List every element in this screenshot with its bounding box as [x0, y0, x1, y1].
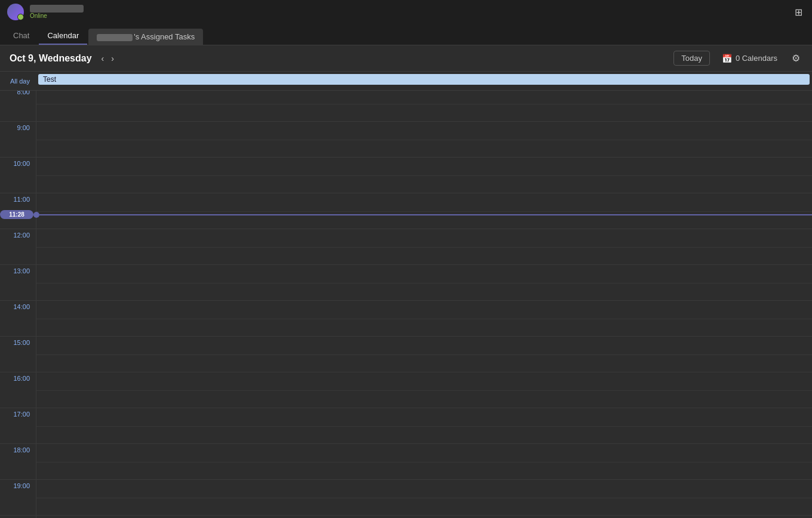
tab-assigned-tasks[interactable]: 's Assigned Tasks — [88, 29, 203, 45]
user-name-redacted — [30, 5, 84, 13]
calendar-body: All day Test 1:002:003:004:005:006:007:0… — [0, 72, 812, 518]
time-slot-content[interactable] — [36, 301, 812, 336]
user-status: Online — [30, 13, 84, 19]
time-row: 13:00 — [0, 265, 812, 301]
time-row: 10:00 — [0, 158, 812, 193]
half-hour-line — [36, 283, 812, 283]
tab-calendar[interactable]: Calendar — [39, 27, 87, 45]
half-hour-line — [36, 462, 812, 462]
time-row: 12:00 — [0, 229, 812, 265]
time-row: 20:00 — [0, 516, 812, 518]
half-hour-line — [36, 319, 812, 319]
time-slot-content[interactable] — [36, 265, 812, 300]
time-slot-content[interactable] — [36, 122, 812, 157]
title-bar: Online ⊞ — [0, 0, 812, 24]
time-row: 15:00 — [0, 337, 812, 372]
time-label: 15:00 — [0, 337, 36, 372]
half-hour-line — [36, 140, 812, 140]
time-row: 11:00 — [0, 193, 812, 229]
calendar-icon: 📅 — [722, 54, 732, 63]
time-label: 8:00 — [0, 91, 36, 121]
time-row: 8:00 — [0, 91, 812, 122]
calendars-button[interactable]: 📅 0 Calendars — [717, 51, 782, 66]
half-hour-line — [36, 211, 812, 212]
time-slot-content[interactable] — [36, 91, 812, 121]
half-hour-line — [36, 247, 812, 248]
time-label: 9:00 — [0, 122, 36, 157]
half-hour-line — [36, 426, 812, 427]
avatar[interactable] — [7, 4, 24, 20]
time-label: 14:00 — [0, 301, 36, 336]
half-hour-line — [36, 498, 812, 498]
time-label: 20:00 — [0, 516, 36, 518]
time-label: 19:00 — [0, 480, 36, 515]
settings-button[interactable]: ⚙ — [789, 50, 802, 66]
all-day-content[interactable]: Test — [36, 72, 812, 90]
tab-bar: Chat Calendar 's Assigned Tasks — [0, 24, 812, 45]
calendar-header: Oct 9, Wednesday ‹ › Today 📅 0 Calendars… — [0, 45, 812, 72]
time-grid-container[interactable]: 1:002:003:004:005:006:007:008:009:0010:0… — [0, 91, 812, 518]
time-slot-content[interactable] — [36, 372, 812, 408]
all-day-event[interactable]: Test — [38, 74, 810, 85]
time-row: 14:00 — [0, 301, 812, 337]
all-day-row: All day Test — [0, 72, 812, 91]
time-slot-content[interactable] — [36, 229, 812, 264]
today-button[interactable]: Today — [673, 51, 710, 66]
user-info: Online — [30, 5, 84, 19]
time-row: 16:00 — [0, 372, 812, 408]
time-slot-content[interactable] — [36, 193, 812, 229]
tab-chat[interactable]: Chat — [5, 27, 38, 45]
prev-day-button[interactable]: ‹ — [98, 51, 108, 66]
title-bar-right: ⊞ — [792, 4, 805, 20]
assigned-tasks-label: 's Assigned Tasks — [134, 32, 195, 41]
time-slot-content[interactable] — [36, 480, 812, 515]
time-label: 10:00 — [0, 158, 36, 193]
header-right: Today 📅 0 Calendars ⚙ — [673, 50, 802, 66]
half-hour-line — [36, 175, 812, 176]
time-slot-content[interactable] — [36, 408, 812, 443]
time-label: 16:00 — [0, 372, 36, 408]
next-day-button[interactable]: › — [107, 51, 118, 66]
time-slot-content[interactable] — [36, 516, 812, 518]
time-slot-content[interactable] — [36, 337, 812, 372]
time-slot-content[interactable] — [36, 158, 812, 193]
time-row: 9:00 — [0, 122, 812, 158]
time-grid: 1:002:003:004:005:006:007:008:009:0010:0… — [0, 91, 812, 518]
half-hour-line — [36, 390, 812, 391]
time-label: 13:00 — [0, 265, 36, 300]
calendars-label: 0 Calendars — [736, 54, 777, 63]
time-row: 17:00 — [0, 408, 812, 444]
assigned-name-redacted — [97, 34, 133, 41]
all-day-label: All day — [0, 72, 36, 90]
half-hour-line — [36, 354, 812, 355]
time-label: 18:00 — [0, 444, 36, 479]
time-row: 19:00 — [0, 480, 812, 516]
time-label: 17:00 — [0, 408, 36, 443]
time-slot-content[interactable] — [36, 444, 812, 479]
time-row: 18:00 — [0, 444, 812, 480]
sidebar-toggle-button[interactable]: ⊞ — [792, 4, 805, 20]
half-hour-line — [36, 104, 812, 104]
time-label: 12:00 — [0, 229, 36, 264]
calendar-date: Oct 9, Wednesday — [10, 53, 92, 64]
time-label: 11:00 — [0, 193, 36, 229]
